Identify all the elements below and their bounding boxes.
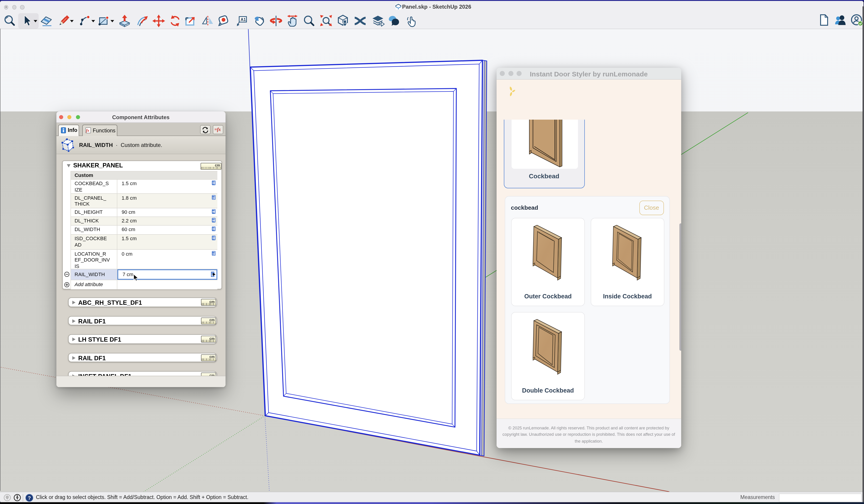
svg-text:fx: fx — [86, 128, 89, 132]
svg-text:?: ? — [28, 495, 31, 501]
svg-text:A1: A1 — [240, 17, 245, 22]
